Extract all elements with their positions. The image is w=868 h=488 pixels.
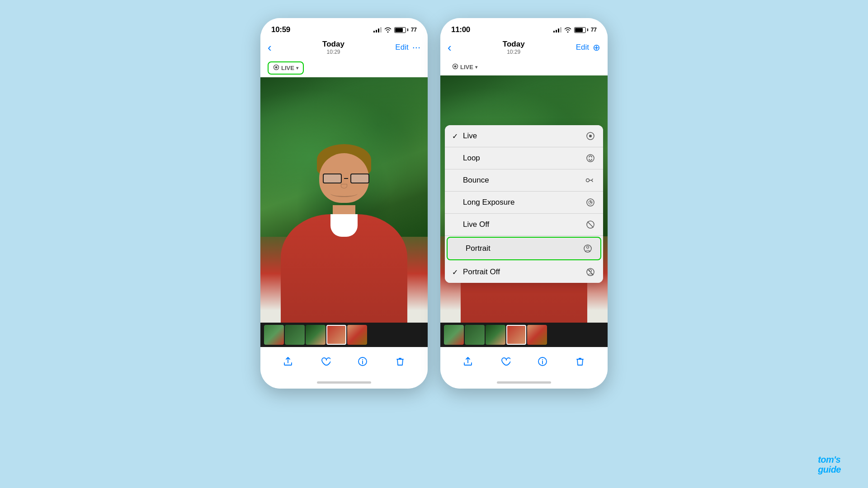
thumb-5-left[interactable] bbox=[347, 325, 367, 345]
nav-title-right: Today bbox=[503, 40, 525, 49]
wifi-icon-right bbox=[564, 27, 571, 33]
svg-point-19 bbox=[587, 246, 589, 249]
status-icons-right: 77 bbox=[553, 27, 597, 33]
thumb-3-left[interactable] bbox=[306, 325, 326, 345]
svg-point-8 bbox=[589, 135, 592, 137]
live-label-left: LIVE bbox=[281, 65, 294, 71]
live-badge-right[interactable]: LIVE ▾ bbox=[448, 61, 482, 73]
edit-button-left[interactable]: Edit bbox=[395, 43, 408, 52]
thumb-4-right[interactable] bbox=[506, 325, 526, 345]
svg-point-6 bbox=[454, 66, 457, 68]
wifi-icon-left bbox=[384, 27, 392, 33]
bounce-icon bbox=[585, 175, 596, 186]
trash-button-left[interactable] bbox=[395, 357, 405, 366]
info-button-left[interactable] bbox=[358, 357, 368, 366]
live-button-left[interactable]: LIVE ▾ bbox=[268, 61, 304, 75]
menu-label-loop: Loop bbox=[463, 154, 480, 163]
more-button-left[interactable]: ··· bbox=[412, 42, 420, 53]
check-portrait-off: ✓ bbox=[452, 268, 459, 277]
svg-line-17 bbox=[588, 222, 593, 227]
nav-subtitle-left: 10:29 bbox=[322, 49, 344, 55]
nav-bar-right: ‹ Today 10:29 Edit ⊕ bbox=[440, 38, 608, 59]
svg-point-1 bbox=[275, 66, 278, 69]
share-button-right[interactable] bbox=[463, 357, 473, 366]
nav-actions-left: Edit ··· bbox=[395, 42, 420, 53]
status-bar-left: 10:59 77 bbox=[260, 18, 428, 38]
portrait-icon bbox=[582, 243, 593, 254]
menu-item-portrait-off[interactable]: ✓ Portrait Off bbox=[445, 261, 603, 283]
svg-point-4 bbox=[362, 359, 363, 360]
watermark-line1: tom's bbox=[818, 455, 841, 465]
signal-icon-right bbox=[553, 27, 561, 33]
menu-label-portrait-off: Portrait Off bbox=[463, 267, 500, 277]
live-label-right: LIVE bbox=[460, 64, 473, 70]
menu-label-live-off: Live Off bbox=[463, 220, 489, 229]
menu-item-long-exposure[interactable]: ✓ Long Exposure bbox=[445, 192, 603, 214]
thumb-2-right[interactable] bbox=[465, 325, 485, 345]
battery-left bbox=[394, 27, 408, 33]
menu-item-live-off[interactable]: ✓ Live Off bbox=[445, 214, 603, 236]
nav-subtitle-right: 10:29 bbox=[503, 49, 525, 55]
check-live: ✓ bbox=[452, 132, 459, 141]
photo-area-right: ✓ Live ✓ bbox=[440, 75, 608, 323]
thumb-2-left[interactable] bbox=[285, 325, 305, 345]
watermark-line2: guide bbox=[818, 465, 841, 474]
home-indicator-left bbox=[260, 376, 428, 389]
photo-area-left bbox=[260, 77, 428, 323]
nav-center-left: Today 10:29 bbox=[322, 40, 344, 55]
live-dot-icon-right bbox=[452, 63, 458, 71]
watermark: tom's guide bbox=[818, 455, 841, 474]
time-right: 11:00 bbox=[451, 25, 470, 34]
nav-title-left: Today bbox=[322, 40, 344, 49]
dropdown-overlay: ✓ Live ✓ bbox=[440, 125, 608, 283]
live-chevron-right: ▾ bbox=[475, 65, 477, 70]
status-icons-left: 77 bbox=[373, 27, 417, 33]
heart-button-left[interactable] bbox=[321, 357, 330, 366]
menu-label-live: Live bbox=[463, 131, 477, 141]
live-chevron-left: ▾ bbox=[296, 66, 298, 70]
dropdown-menu: ✓ Live ✓ bbox=[445, 125, 603, 283]
live-badge-container-right: LIVE ▾ bbox=[440, 59, 608, 75]
menu-label-bounce: Bounce bbox=[463, 176, 489, 185]
page-wrapper: 10:59 77 bbox=[0, 0, 868, 488]
live-off-icon bbox=[585, 219, 596, 230]
thumb-5-right[interactable] bbox=[527, 325, 547, 345]
heart-button-right[interactable] bbox=[500, 357, 510, 366]
portrait-off-icon bbox=[585, 267, 596, 277]
thumbnail-strip-right bbox=[440, 323, 608, 347]
home-indicator-right bbox=[440, 376, 608, 389]
info-button-right[interactable] bbox=[538, 357, 547, 366]
trash-button-right[interactable] bbox=[575, 357, 585, 366]
menu-item-portrait[interactable]: ✓ Portrait bbox=[447, 237, 601, 260]
thumb-3-right[interactable] bbox=[486, 325, 505, 345]
menu-item-live[interactable]: ✓ Live bbox=[445, 125, 603, 147]
back-button-right[interactable]: ‹ bbox=[448, 41, 452, 55]
battery-pct-right: 77 bbox=[591, 27, 597, 33]
signal-icon-left bbox=[373, 27, 382, 33]
right-phone: 11:00 77 bbox=[440, 18, 608, 389]
svg-point-25 bbox=[542, 359, 543, 360]
thumb-1-right[interactable] bbox=[444, 325, 464, 345]
nav-actions-right: Edit ⊕ bbox=[576, 42, 600, 53]
time-left: 10:59 bbox=[271, 25, 290, 34]
status-bar-right: 11:00 77 bbox=[440, 18, 608, 38]
live-btn-container-left: LIVE ▾ bbox=[260, 59, 428, 77]
menu-item-loop[interactable]: ✓ Loop bbox=[445, 147, 603, 169]
battery-right bbox=[574, 27, 588, 33]
menu-item-bounce[interactable]: ✓ Bounce bbox=[445, 169, 603, 192]
thumb-4-left[interactable] bbox=[326, 325, 346, 345]
nav-bar-left: ‹ Today 10:29 Edit ··· bbox=[260, 38, 428, 59]
thumb-1-left[interactable] bbox=[264, 325, 284, 345]
svg-point-10 bbox=[586, 179, 590, 182]
action-bar-right bbox=[440, 347, 608, 376]
edit-button-right[interactable]: Edit bbox=[576, 43, 589, 52]
share-button-left[interactable] bbox=[283, 357, 293, 366]
more-button-right[interactable]: ⊕ bbox=[593, 42, 600, 53]
nav-center-right: Today 10:29 bbox=[503, 40, 525, 55]
back-button-left[interactable]: ‹ bbox=[268, 41, 272, 55]
live-icon bbox=[585, 131, 596, 141]
left-phone: 10:59 77 bbox=[260, 18, 428, 389]
menu-label-portrait: Portrait bbox=[466, 244, 491, 253]
long-exposure-icon bbox=[585, 197, 596, 208]
person-left bbox=[260, 144, 428, 323]
